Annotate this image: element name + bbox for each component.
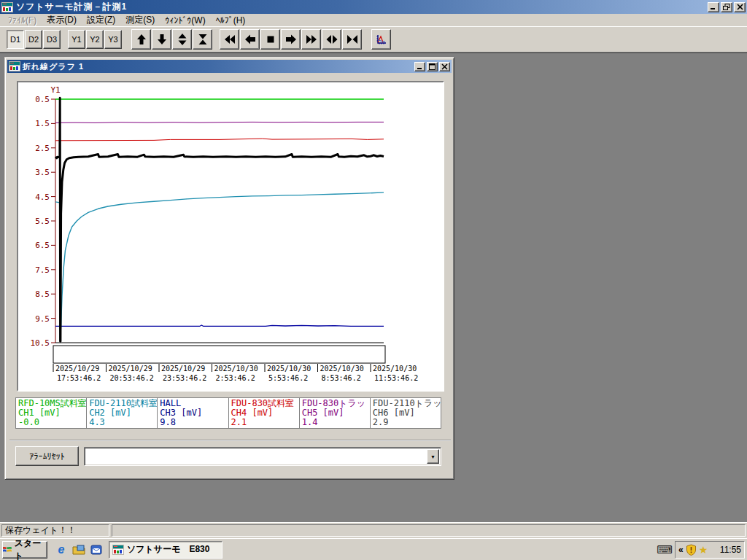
minimize-icon (417, 63, 423, 70)
app-icon (1, 1, 13, 13)
svg-text:1.5: 1.5 (35, 119, 50, 128)
double-right-arrow-icon (306, 34, 317, 45)
fast-forward-button[interactable] (301, 29, 321, 50)
chart-panel: Y10.51.52.53.54.55.56.57.58.59.510.52025… (17, 81, 444, 392)
security-shield-icon[interactable] (686, 544, 697, 556)
app-title: ソフトサーモ計測－計測1 (16, 1, 127, 13)
svg-text:5.5: 5.5 (35, 217, 50, 226)
d1-button[interactable]: D1 (7, 30, 24, 49)
minimize-icon (710, 4, 717, 10)
legend-cell-ch6: FDU-2110トラッ CH6 [mV] 2.9 (371, 398, 441, 428)
menu-item-settings[interactable]: 設定(Z) (82, 13, 120, 27)
right-arrow-icon (285, 34, 297, 45)
minimize-button[interactable] (708, 2, 719, 12)
svg-text:6.5: 6.5 (35, 241, 50, 250)
down-arrow-icon (156, 34, 168, 45)
pan-up-button[interactable] (131, 29, 151, 50)
keyboard-icon[interactable]: ⌨ (657, 543, 672, 556)
pan-right-button[interactable] (281, 29, 301, 50)
svg-text:2025/10/29: 2025/10/29 (109, 365, 152, 373)
star-icon[interactable]: ★ (699, 544, 708, 556)
menu-item-help[interactable]: ﾍﾙﾌﾟ(H) (211, 15, 251, 26)
svg-text:3.5: 3.5 (35, 168, 50, 177)
svg-text:2:53:46.2: 2:53:46.2 (216, 374, 255, 382)
close-button[interactable] (734, 2, 746, 12)
graph-setup-button[interactable] (371, 29, 391, 50)
tray-collapse-icon[interactable]: « (678, 545, 684, 555)
d2-button[interactable]: D2 (25, 30, 42, 49)
start-button[interactable]: スタート (2, 541, 47, 559)
mdi-background: 折れ線グラフ 1 Y10.51.52.53.54.55.56.57.58.59.… (0, 52, 747, 522)
expand-x-button[interactable] (322, 29, 341, 50)
compress-x-button[interactable] (342, 29, 362, 50)
channel-value: -0.0 (18, 418, 85, 427)
svg-text:0.5: 0.5 (35, 95, 50, 104)
task-button-softthermo[interactable]: ソフトサーモ E830 (109, 541, 222, 559)
svg-text:11:53:46.2: 11:53:46.2 (374, 374, 418, 382)
close-icon (737, 4, 743, 10)
expand-y-button[interactable] (172, 29, 192, 50)
tray-clock: 11:55 (720, 545, 741, 555)
restore-icon (723, 4, 730, 10)
graph-minimize-button[interactable] (414, 62, 425, 71)
y2-button[interactable]: Y2 (86, 30, 104, 49)
task-label: ソフトサーモ E830 (127, 543, 209, 556)
svg-text:20:53:46.2: 20:53:46.2 (110, 374, 154, 382)
y3-button[interactable]: Y3 (104, 30, 122, 49)
compress-y-button[interactable] (193, 29, 212, 50)
svg-text:2.5: 2.5 (35, 144, 50, 153)
graph-maximize-button[interactable] (427, 62, 438, 71)
combo-dropdown-button[interactable]: ▼ (427, 449, 439, 464)
menu-item-view[interactable]: 表示(D) (42, 13, 82, 27)
collapse-vertical-icon (197, 34, 209, 45)
dropdown-arrow-icon: ▼ (430, 454, 436, 459)
rewind-button[interactable] (220, 29, 239, 50)
stop-button[interactable] (260, 29, 280, 50)
close-icon (441, 63, 448, 70)
mail-icon[interactable] (90, 543, 103, 556)
internet-explorer-icon[interactable]: e (55, 543, 68, 556)
svg-text:Y1: Y1 (50, 85, 60, 95)
status-panel-secondary (112, 524, 746, 537)
menu-item-window[interactable]: ｳｨﾝﾄﾞｳ(W) (160, 15, 210, 26)
menu-item-file[interactable]: ﾌｧｲﾙ(F) (3, 15, 42, 26)
graph-close-button[interactable] (439, 62, 450, 71)
graph-window-titlebar[interactable]: 折れ線グラフ 1 (7, 60, 452, 73)
up-arrow-icon (136, 34, 147, 45)
show-desktop-icon[interactable] (72, 543, 85, 556)
toolbar: D1 D2 D3 Y1 Y2 Y3 (0, 27, 747, 52)
taskbar: スタート e ソフトサーモ E830 ⌨ (0, 538, 747, 560)
menubar: ﾌｧｲﾙ(F) 表示(D) 設定(Z) 測定(S) ｳｨﾝﾄﾞｳ(W) ﾍﾙﾌﾟ… (0, 14, 747, 27)
graph-window-icon (9, 61, 20, 72)
alarm-combo-value (87, 450, 425, 463)
expand-horizontal-icon (326, 34, 338, 45)
svg-text:8:53:46.2: 8:53:46.2 (322, 374, 361, 382)
mail-window-icon (90, 544, 103, 556)
restore-button[interactable] (721, 2, 732, 12)
left-arrow-icon (244, 34, 256, 45)
svg-text:4.5: 4.5 (35, 192, 50, 202)
windows-logo-icon (3, 545, 12, 554)
menu-item-measure[interactable]: 測定(S) (120, 13, 160, 27)
d3-button[interactable]: D3 (43, 30, 61, 49)
svg-text:2025/10/30: 2025/10/30 (214, 365, 258, 373)
double-left-arrow-icon (224, 34, 236, 45)
maximize-icon (429, 63, 436, 70)
pan-down-button[interactable] (152, 29, 171, 50)
desktop-folder-icon (72, 544, 85, 556)
alarm-reset-button[interactable]: ｱﾗｰﾑﾘｾｯﾄ (15, 446, 79, 466)
pan-left-button[interactable] (240, 29, 260, 50)
channel-value: 2.9 (373, 418, 439, 427)
channel-legend: RFD-10MS試料室 CH1 [mV] -0.0 FDU-2110試料室 CH… (15, 397, 441, 429)
alarm-combo[interactable]: ▼ (84, 447, 441, 466)
system-tray: « ★ 11:55 (675, 541, 745, 559)
y1-button[interactable]: Y1 (68, 30, 85, 49)
legend-cell-ch1: RFD-10MS試料室 CH1 [mV] -0.0 (16, 398, 87, 428)
svg-text:10.5: 10.5 (31, 338, 50, 348)
legend-cell-ch5: FDU-830トラッ CH5 [mV] 1.4 (300, 398, 371, 428)
svg-text:8.5: 8.5 (35, 289, 50, 299)
svg-text:7.5: 7.5 (35, 265, 50, 275)
stop-icon (265, 34, 276, 45)
legend-cell-ch2: FDU-2110試料室 CH2 [mV] 4.3 (87, 398, 158, 428)
svg-text:2025/10/29: 2025/10/29 (161, 365, 205, 373)
